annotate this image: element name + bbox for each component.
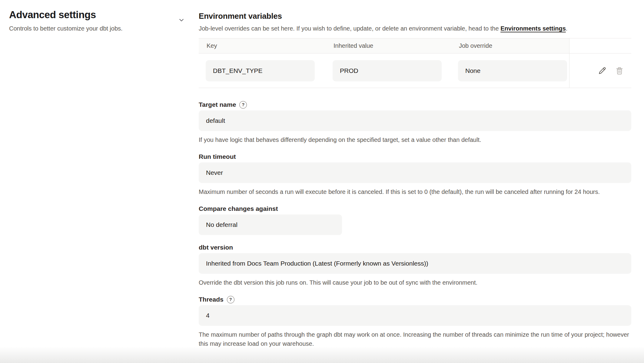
dbt-version-helper: Override the dbt version this job runs o… <box>199 278 631 287</box>
column-header-job-override: Job override <box>451 38 569 53</box>
run-timeout-label: Run timeout <box>199 153 236 161</box>
table-row: DBT_ENV_TYPE PROD None <box>199 54 631 88</box>
column-header-inherited-value: Inherited value <box>326 38 451 53</box>
trash-icon <box>615 66 624 75</box>
env-vars-table: Key Inherited value Job override DBT_ENV… <box>199 38 631 88</box>
edit-env-var-button[interactable] <box>598 66 607 75</box>
run-timeout-helper: Maximum number of seconds a run will exe… <box>199 187 631 196</box>
pencil-icon <box>598 66 607 75</box>
chevron-down-icon <box>177 16 186 24</box>
column-header-actions <box>569 38 631 53</box>
env-vars-table-header: Key Inherited value Job override <box>199 38 631 54</box>
compare-changes-label: Compare changes against <box>199 205 278 213</box>
env-var-key-value: DBT_ENV_TYPE <box>206 60 315 81</box>
help-icon[interactable]: ? <box>227 296 234 303</box>
help-icon[interactable]: ? <box>239 101 247 109</box>
env-vars-heading: Environment variables <box>199 11 631 21</box>
page-subtitle: Controls to better customize your dbt jo… <box>9 25 199 32</box>
left-panel: Advanced settings Controls to better cus… <box>0 0 199 348</box>
bottom-scroll-fade <box>0 346 644 363</box>
target-name-label: Target name <box>199 101 236 109</box>
threads-label-row: Threads ? <box>199 296 631 303</box>
env-vars-description: Job-level overrides can be set here. If … <box>199 25 631 32</box>
dbt-version-label: dbt version <box>199 244 233 251</box>
compare-changes-select[interactable]: No deferral <box>199 214 342 235</box>
advanced-settings-page: Advanced settings Controls to better cus… <box>0 0 644 348</box>
env-var-inherited-cell: PROD <box>326 54 451 88</box>
delete-env-var-button[interactable] <box>615 66 624 75</box>
env-var-override-cell: None <box>451 54 569 88</box>
env-var-actions-cell <box>569 54 631 88</box>
env-vars-description-text: Job-level overrides can be set here. If … <box>199 25 500 32</box>
main-content: Environment variables Job-level override… <box>199 0 644 348</box>
threads-helper: The maximum number of paths through the … <box>199 330 631 348</box>
env-var-inherited-value: PROD <box>333 60 442 81</box>
compare-changes-label-row: Compare changes against <box>199 205 631 213</box>
run-timeout-select[interactable]: Never <box>199 162 631 183</box>
run-timeout-label-row: Run timeout <box>199 153 631 161</box>
column-header-key: Key <box>199 38 326 53</box>
threads-label: Threads <box>199 296 224 303</box>
dbt-version-select[interactable]: Inherited from Docs Team Production (Lat… <box>199 253 631 274</box>
target-name-helper: If you have logic that behaves different… <box>199 135 631 144</box>
environments-settings-link[interactable]: Environments settings <box>500 25 566 32</box>
threads-input[interactable] <box>199 305 631 326</box>
target-name-label-row: Target name ? <box>199 101 631 109</box>
collapse-section-button[interactable] <box>177 15 186 25</box>
env-var-key-cell: DBT_ENV_TYPE <box>199 54 326 88</box>
page-title: Advanced settings <box>9 8 199 21</box>
env-vars-description-period: . <box>566 25 568 32</box>
env-var-override-value[interactable]: None <box>458 60 567 81</box>
target-name-input[interactable] <box>199 110 631 131</box>
dbt-version-label-row: dbt version <box>199 244 631 251</box>
